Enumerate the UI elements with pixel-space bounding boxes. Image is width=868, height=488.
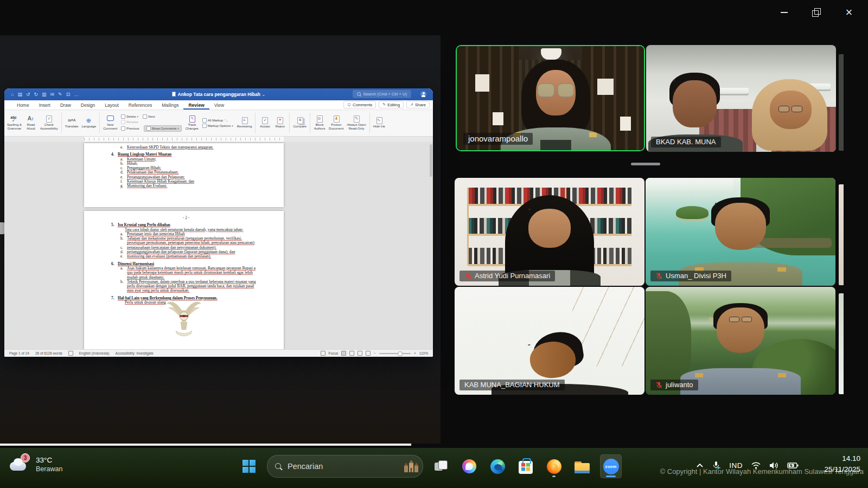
accessibility-status[interactable]: Accessibility: Investigate — [115, 351, 153, 355]
redo-icon[interactable]: ↻ — [34, 92, 39, 97]
microsoft-store-button[interactable] — [515, 455, 536, 478]
participant-tile[interactable]: juliwanto — [646, 287, 835, 395]
focus-icon[interactable] — [321, 351, 326, 356]
language-indicator[interactable]: English (Indonesia) — [79, 351, 110, 355]
volume-icon[interactable] — [769, 461, 779, 470]
ribbon-tab[interactable]: References — [124, 101, 157, 110]
clock[interactable]: 14.10 25/11/2025 — [824, 453, 860, 474]
ribbon-button[interactable]: ReadAloud — [23, 111, 39, 136]
markup-options-dropdown[interactable]: Markup Options — [202, 124, 233, 128]
ribbon-button[interactable]: BlockAuthors — [312, 111, 327, 136]
ribbon-tab[interactable]: Mailings — [157, 101, 183, 110]
document-page-2[interactable]: - 2 - 5.Isu Krusial yang Perlu dibahas — [84, 211, 284, 349]
desktop: × ⌂ ▤ ↺ ↻ ▥ ✉ ✎ ⊡ … Ankop Tata cara peng — [0, 0, 868, 488]
ribbon-tab[interactable]: Insert — [34, 101, 55, 110]
close-button[interactable]: × — [843, 7, 855, 18]
participant-tile[interactable]: Astrid Yudi Purnamasari — [455, 178, 644, 286]
document-page-1[interactable]: e.Ketersediaan SKPD Teknis dan transpara… — [84, 143, 284, 207]
proofing-icon[interactable] — [68, 351, 73, 356]
battery-icon[interactable] — [787, 462, 799, 469]
document-canvas[interactable]: e.Ketersediaan SKPD Teknis dan transpara… — [4, 142, 433, 349]
ribbon-button[interactable]: ProtectDocument — [327, 111, 345, 136]
zoom-in-button[interactable]: + — [414, 351, 416, 355]
view-print-layout-icon[interactable] — [341, 351, 346, 356]
zoom-app-button[interactable]: zoom — [600, 454, 622, 478]
taskbar-search[interactable]: Pencarian — [267, 455, 423, 478]
edge-button[interactable] — [487, 455, 508, 478]
task-view-button[interactable] — [431, 455, 451, 478]
ribbon-button[interactable] — [255, 113, 256, 133]
next-comment-button[interactable]: Next — [143, 114, 155, 119]
presence-icon[interactable] — [420, 91, 426, 97]
restore-button[interactable] — [810, 7, 822, 18]
word-window[interactable]: ⌂ ▤ ↺ ↻ ▥ ✉ ✎ ⊡ … Ankop Tata cara pengan… — [4, 88, 433, 357]
all-markup-dropdown[interactable]: All Markup — [202, 118, 228, 123]
participant-tile[interactable]: jonovarampoallo — [456, 45, 645, 151]
ribbon-tab[interactable]: Home — [12, 101, 34, 110]
ribbon-button[interactable]: Reviewing — [235, 111, 254, 136]
page-indicator[interactable]: Page 1 of 24 — [9, 351, 29, 355]
firefox-button[interactable] — [544, 455, 564, 478]
comments-button[interactable]: 🗨Comments — [343, 101, 376, 108]
previous-comment-button[interactable]: Previous — [121, 126, 139, 131]
ribbon-tab[interactable]: Layout — [100, 101, 124, 110]
wifi-icon[interactable] — [751, 461, 761, 470]
ribbon-button[interactable]: Translate — [63, 111, 80, 136]
save-icon[interactable]: ▤ — [17, 92, 22, 97]
stamp-icon[interactable]: ⊡ — [66, 92, 71, 97]
zoom-out-button[interactable]: − — [374, 351, 376, 355]
ribbon-button[interactable]: Reject — [272, 111, 288, 136]
ribbon-button[interactable] — [99, 113, 100, 133]
ribbon-tab[interactable]: Review — [183, 101, 209, 110]
view-draft-icon[interactable] — [366, 351, 371, 356]
ribbon-button[interactable]: Language — [80, 111, 98, 136]
doc-scrollbar[interactable] — [430, 144, 432, 177]
show-comments-button[interactable]: Show Comments — [144, 125, 182, 132]
ribbon-button[interactable]: Compare — [291, 111, 308, 136]
mail-icon[interactable]: ✉ — [50, 92, 55, 97]
word-search-box[interactable]: Search (Cmd + Ctrl + U) — [353, 90, 411, 98]
ribbon-button[interactable] — [289, 113, 290, 133]
more-icon[interactable]: … — [74, 92, 79, 97]
ribbon-button[interactable]: Always OpenRead-Only — [345, 111, 367, 136]
ribbon-button[interactable]: CheckAccessibility — [39, 111, 60, 136]
track-changes-button[interactable]: TrackChanges — [184, 111, 200, 136]
share-button[interactable]: ↗Share — [406, 101, 430, 108]
editing-button[interactable]: ✎Editing — [379, 101, 404, 108]
view-outline-icon[interactable] — [358, 351, 362, 356]
ribbon-button[interactable] — [61, 113, 62, 133]
input-language[interactable]: IND — [729, 461, 743, 470]
ruler[interactable] — [4, 137, 433, 142]
ribbon-button[interactable]: Spelling &Grammar — [5, 111, 23, 136]
participant-tile[interactable]: Usman_ Divisi P3H — [646, 178, 835, 286]
print-icon[interactable]: ▥ — [42, 92, 47, 97]
ribbon-tab[interactable]: Draw — [55, 101, 76, 110]
tray-chevron-icon[interactable] — [696, 463, 704, 468]
microphone-tray-icon[interactable] — [712, 461, 721, 470]
ribbon-button[interactable]: Hide Ink — [372, 111, 387, 136]
start-button[interactable] — [239, 455, 259, 478]
home-icon[interactable]: ⌂ — [11, 92, 14, 97]
file-explorer-button[interactable] — [572, 455, 592, 478]
focus-label[interactable]: Focus — [329, 351, 339, 355]
zoom-percentage[interactable]: 110% — [419, 351, 428, 355]
participant-tile[interactable]: KAB MUNA_BAGIAN HUKUM — [455, 287, 644, 395]
participant-tile[interactable]: BKAD KAB. MUNA — [646, 45, 836, 152]
gallery-resize-handle[interactable] — [631, 163, 660, 165]
resolve-comment-button[interactable]: Resolve — [121, 120, 138, 124]
view-web-icon[interactable] — [349, 351, 354, 356]
copilot-button[interactable] — [459, 455, 480, 478]
undo-icon[interactable]: ↺ — [26, 92, 30, 97]
word-count[interactable]: 26 of 6128 words — [35, 351, 62, 355]
pen-icon[interactable]: ✎ — [58, 92, 62, 97]
ribbon-button[interactable] — [369, 113, 370, 133]
ribbon-button[interactable]: Accept — [257, 111, 272, 136]
delete-comment-button[interactable]: Delete — [121, 114, 138, 119]
minimize-button[interactable] — [778, 7, 790, 18]
ribbon-button[interactable] — [310, 113, 310, 133]
ribbon-tab[interactable]: Design — [76, 101, 100, 110]
ribbon-button[interactable]: NewComment — [101, 111, 119, 136]
weather-widget[interactable]: 3 33°C Berawan — [9, 455, 62, 473]
zoom-slider[interactable] — [379, 353, 411, 354]
ribbon-tab[interactable]: View — [209, 101, 229, 110]
